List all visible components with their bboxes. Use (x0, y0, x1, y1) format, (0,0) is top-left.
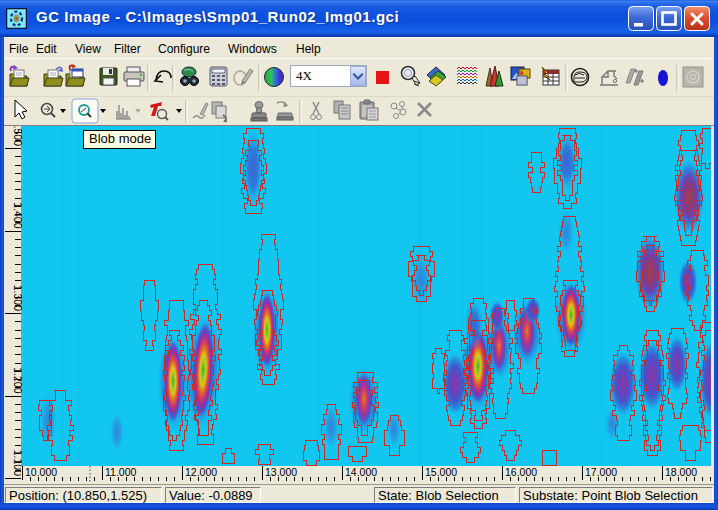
svg-text:1.500: 1.500 (12, 126, 22, 146)
svg-text:11.000: 11.000 (105, 466, 136, 478)
svg-text:14.000: 14.000 (345, 466, 377, 478)
svg-text:15.000: 15.000 (425, 466, 457, 478)
svg-text:18.000: 18.000 (665, 466, 697, 478)
svg-text:10.000: 10.000 (25, 466, 57, 478)
svg-text:17.000: 17.000 (585, 466, 617, 478)
svg-text:13.000: 13.000 (265, 466, 297, 478)
svg-text:16.000: 16.000 (505, 466, 537, 478)
svg-text:12.000: 12.000 (185, 466, 217, 478)
